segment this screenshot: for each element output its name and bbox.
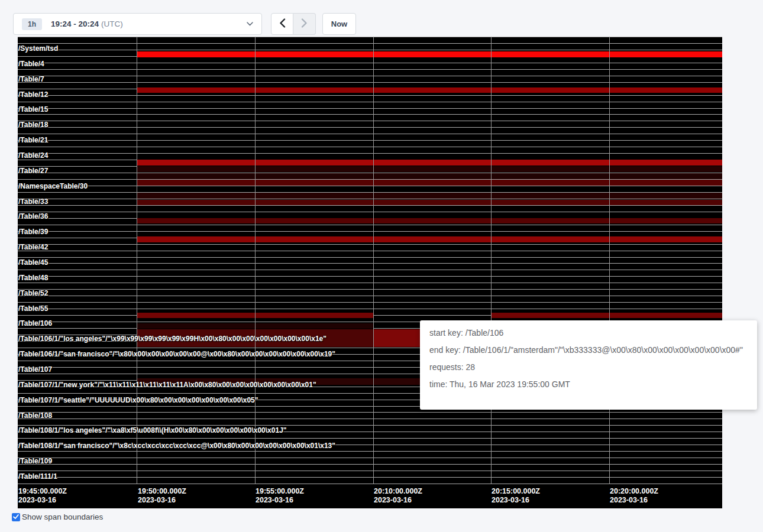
show-span-boundaries-row: Show span boundaries — [12, 512, 103, 521]
key-visualizer-canvas[interactable]: start key: /Table/106 end key: /Table/10… — [18, 37, 722, 508]
x-axis-label: 19:45:00.000Z2023-03-16 — [18, 487, 67, 505]
time-nav-group — [271, 13, 316, 35]
span-key-label: /Table/107 — [18, 366, 52, 374]
span-boundary-line — [18, 108, 722, 109]
span-key-label: /Table/52 — [18, 290, 48, 297]
span-boundary-line — [18, 63, 722, 63]
x-axis-label: 20:20:00.000Z2023-03-16 — [610, 487, 658, 505]
span-key-label: /Table/18 — [18, 121, 48, 129]
span-boundary-line — [18, 127, 722, 128]
span-key-label: /Table/109 — [18, 458, 52, 465]
span-boundary-line — [18, 95, 722, 96]
tooltip-time: time: Thu, 16 Mar 2023 19:55:00 GMT — [429, 379, 748, 389]
span-boundary-line — [18, 484, 722, 484]
previous-interval-button[interactable] — [271, 13, 293, 35]
span-boundary-line — [18, 251, 722, 251]
span-key-label: /Table/27 — [18, 167, 48, 175]
span-key-label: /Table/55 — [18, 305, 48, 313]
next-interval-button[interactable] — [293, 13, 316, 35]
span-key-label: /Table/33 — [18, 198, 48, 206]
span-boundary-line — [18, 43, 722, 44]
span-boundary-line — [18, 263, 722, 264]
span-key-label: /Table/7 — [18, 76, 44, 83]
span-key-label: /Table/39 — [18, 228, 48, 236]
axis-time: 20:20:00.000Z — [610, 487, 658, 496]
axis-date: 2023-03-16 — [18, 496, 67, 505]
span-boundary-line — [18, 257, 722, 258]
span-key-label: /Table/107/1/"seattle"/"UUUUUUD\x00\x80\… — [18, 397, 258, 404]
heat-band[interactable] — [137, 218, 722, 223]
span-boundary-line — [18, 477, 722, 478]
span-boundary-line — [18, 289, 722, 290]
heat-band[interactable] — [137, 166, 722, 172]
span-boundary-line — [18, 212, 722, 212]
time-gridline — [373, 37, 374, 484]
span-boundary-line — [18, 231, 722, 232]
span-boundary-line — [18, 50, 722, 50]
span-boundary-line — [18, 296, 722, 296]
span-boundary-line — [18, 471, 722, 471]
time-range-select[interactable]: 1h 19:24 - 20:24 (UTC) — [13, 13, 262, 35]
span-boundary-line — [18, 438, 722, 439]
span-boundary-line — [18, 82, 722, 83]
span-key-label: /Table/106 — [18, 320, 52, 327]
show-span-boundaries-checkbox[interactable] — [12, 513, 20, 521]
axis-date: 2023-03-16 — [492, 496, 540, 505]
span-boundary-line — [18, 205, 722, 206]
span-key-label: /Table/108/1/"los angeles"/"\xa8\xf5\u00… — [18, 427, 287, 434]
chevron-right-icon — [301, 18, 308, 30]
span-boundary-line — [18, 114, 722, 115]
span-key-label: /NamespaceTable/30 — [18, 183, 88, 190]
span-key-label: /Table/48 — [18, 274, 48, 282]
axis-date: 2023-03-16 — [256, 496, 304, 505]
span-boundary-line — [18, 451, 722, 452]
now-button[interactable]: Now — [322, 13, 356, 35]
span-key-label: /Table/45 — [18, 259, 48, 267]
span-boundary-line — [18, 147, 722, 147]
span-key-label: /Table/4 — [18, 60, 44, 68]
heat-band[interactable] — [137, 51, 722, 57]
axis-time: 20:15:00.000Z — [492, 487, 540, 496]
duration-badge: 1h — [22, 18, 42, 30]
span-boundary-line — [18, 244, 722, 245]
span-key-label: /Table/106/1/"los angeles"/"\x99\x99\x99… — [18, 335, 326, 343]
time-gridline — [255, 37, 256, 484]
span-boundary-line — [18, 283, 722, 283]
heat-band[interactable] — [137, 160, 722, 166]
span-key-label: /Table/24 — [18, 152, 48, 160]
span-boundary-line — [18, 276, 722, 277]
span-boundary-line — [18, 412, 722, 413]
span-boundary-line — [18, 464, 722, 465]
span-boundary-line — [18, 309, 722, 309]
span-boundary-line — [18, 153, 722, 154]
heat-band[interactable] — [137, 180, 722, 186]
checkmark-icon — [12, 512, 20, 523]
axis-time: 19:45:00.000Z — [18, 487, 67, 496]
span-key-label: /Table/21 — [18, 137, 48, 144]
tooltip-requests: requests: 28 — [429, 362, 748, 372]
heat-band[interactable] — [137, 200, 722, 205]
hover-tooltip: start key: /Table/106 end key: /Table/10… — [420, 320, 757, 410]
heat-band[interactable] — [137, 87, 722, 93]
span-boundary-line — [18, 134, 722, 134]
x-axis-label: 20:15:00.000Z2023-03-16 — [492, 487, 540, 505]
time-gridline — [137, 37, 137, 484]
heat-band[interactable] — [137, 236, 722, 242]
span-boundary-line — [18, 37, 722, 37]
span-boundary-line — [18, 76, 722, 76]
heat-band[interactable] — [491, 313, 722, 318]
heat-band[interactable] — [137, 173, 722, 179]
span-boundary-line — [18, 186, 722, 186]
x-axis-label: 19:50:00.000Z2023-03-16 — [138, 487, 186, 505]
tooltip-end-key: end key: /Table/106/1/"amsterdam"/"\xb33… — [429, 345, 748, 355]
time-gridline — [609, 37, 610, 484]
span-key-label: /Table/42 — [18, 244, 48, 251]
time-range-text: 19:24 - 20:24 — [51, 20, 99, 28]
axis-date: 2023-03-16 — [610, 496, 658, 505]
chevron-down-icon — [247, 22, 253, 26]
tooltip-start-key: start key: /Table/106 — [429, 328, 748, 338]
span-key-label: /Table/106/1/"san francisco"/"\x80\x00\x… — [18, 351, 335, 358]
heat-band[interactable] — [137, 193, 722, 199]
axis-time: 19:50:00.000Z — [138, 487, 186, 496]
span-key-label: /Table/15 — [18, 106, 48, 113]
